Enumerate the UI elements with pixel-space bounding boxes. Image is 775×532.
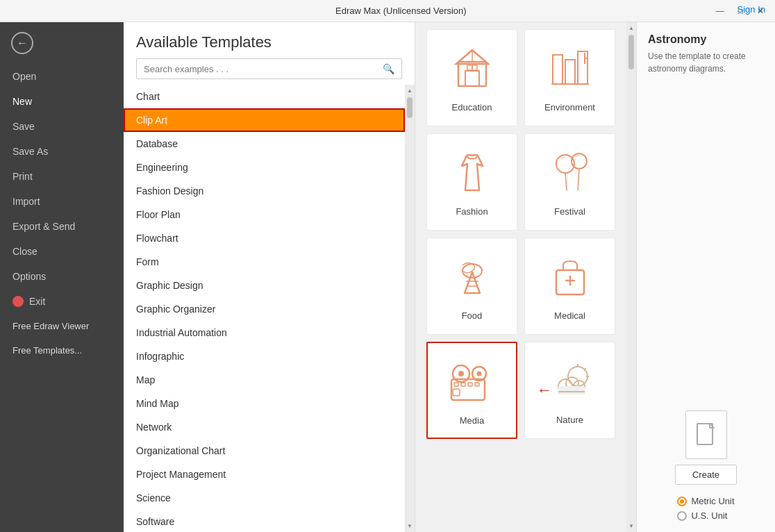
right-panel: Astronomy Use the template to create ast… (636, 22, 775, 532)
svg-rect-29 (461, 383, 465, 386)
sidebar-item-new[interactable]: New (0, 89, 124, 114)
us-label: U.S. Unit (691, 510, 727, 521)
svg-rect-7 (565, 60, 575, 84)
create-button[interactable]: Create (675, 465, 737, 485)
category-item-projectmgmt[interactable]: Project Management (124, 463, 405, 486)
category-item-map[interactable]: Map (124, 368, 405, 392)
category-item-chart[interactable]: Chart (124, 85, 405, 108)
sidebar-item-export[interactable]: Export & Send (0, 214, 124, 239)
festival-icon (542, 145, 598, 201)
template-card-education[interactable]: Education (426, 29, 517, 126)
template-card-food[interactable]: Food (426, 238, 517, 335)
create-document-icon (685, 410, 727, 459)
svg-line-15 (565, 173, 567, 190)
category-item-science[interactable]: Science (124, 486, 405, 510)
content-scrollbar[interactable]: ▲ ▼ (626, 22, 636, 532)
search-bar: 🔍 (136, 58, 402, 79)
right-panel-description: Use the template to create astronomy dia… (648, 50, 764, 75)
content-scroll-up[interactable]: ▲ (627, 24, 635, 33)
back-icon: ← (11, 32, 33, 54)
svg-point-25 (458, 371, 464, 376)
scroll-down-arrow[interactable]: ▼ (406, 522, 414, 531)
sidebar-item-print[interactable]: Print (0, 164, 124, 189)
minimize-btn[interactable]: — (712, 5, 728, 17)
search-button[interactable]: 🔍 (376, 59, 401, 78)
sidebar-item-import[interactable]: Import (0, 189, 124, 214)
svg-point-27 (477, 371, 482, 376)
sidebar-item-exit[interactable]: Exit (0, 289, 124, 314)
metric-label: Metric Unit (691, 496, 734, 506)
template-card-nature[interactable]: Nature (524, 342, 615, 439)
category-list: Chart Clip Art ← Database Engineering Fa… (124, 85, 405, 532)
category-item-industrialautomation[interactable]: Industrial Automation (124, 321, 405, 344)
sidebar-item-save[interactable]: Save (0, 114, 124, 139)
sidebar-menu: Open New Save Save As Print Import Expor… (0, 64, 124, 532)
scroll-up-arrow[interactable]: ▲ (406, 86, 414, 95)
svg-rect-31 (475, 383, 479, 386)
food-icon (444, 249, 500, 305)
category-item-network[interactable]: Network (124, 415, 405, 439)
metric-radio[interactable] (677, 497, 687, 506)
category-item-database[interactable]: Database (124, 132, 405, 156)
category-item-form[interactable]: Form (124, 250, 405, 274)
back-button[interactable]: ← (0, 22, 124, 64)
category-item-mindmap[interactable]: Mind Map (124, 392, 405, 415)
category-label: Clip Art (136, 115, 167, 126)
sidebar-item-free-viewer[interactable]: Free Edraw Viewer (0, 314, 124, 338)
category-item-graphicorganizer[interactable]: Graphic Organizer (124, 297, 405, 321)
sidebar-item-saveas[interactable]: Save As (0, 139, 124, 164)
svg-rect-28 (454, 383, 458, 386)
template-panel: Available Templates 🔍 Chart Clip Art ← (124, 22, 415, 532)
category-scrollbar[interactable]: ▲ ▼ (405, 85, 415, 532)
food-label: Food (462, 310, 483, 321)
nature-icon (542, 354, 598, 409)
right-panel-title: Astronomy (648, 33, 764, 46)
category-item-software[interactable]: Software (124, 510, 405, 532)
media-label: Media (460, 415, 484, 426)
fashion-icon (444, 145, 500, 201)
template-card-festival[interactable]: Festival (524, 133, 615, 231)
template-grid: Education (426, 29, 615, 439)
sidebar-item-close[interactable]: Close (0, 239, 124, 264)
education-label: Education (452, 102, 492, 113)
media-icon (444, 354, 500, 410)
content-scroll-thumb[interactable] (628, 35, 634, 69)
category-item-flowchart[interactable]: Flowchart (124, 226, 405, 250)
template-card-media[interactable]: Media ← (426, 342, 517, 439)
medical-icon (542, 249, 598, 305)
content-scroll-down[interactable]: ▼ (627, 522, 635, 531)
category-item-orgchart[interactable]: Organizational Chart (124, 439, 405, 463)
environment-icon (542, 41, 598, 97)
sidebar-item-open[interactable]: Open (0, 64, 124, 89)
title-bar: Edraw Max (Unlicensed Version) — □ ✕ (0, 0, 775, 22)
template-card-fashion[interactable]: Fashion (426, 133, 517, 231)
scroll-thumb[interactable] (407, 97, 412, 118)
category-item-infographic[interactable]: Infographic (124, 344, 405, 368)
unit-options: Metric Unit U.S. Unit (677, 496, 734, 521)
category-item-graphicdesign[interactable]: Graphic Design (124, 274, 405, 297)
fashion-label: Fashion (456, 206, 488, 217)
festival-label: Festival (554, 206, 585, 217)
category-item-fashiondesign[interactable]: Fashion Design (124, 179, 405, 203)
category-item-engineering[interactable]: Engineering (124, 156, 405, 179)
category-item-floorplan[interactable]: Floor Plan (124, 203, 405, 226)
category-item-clipart[interactable]: Clip Art ← (124, 108, 405, 132)
us-radio[interactable] (677, 511, 687, 521)
sign-in-link[interactable]: Sign In (738, 4, 765, 15)
template-card-medical[interactable]: Medical (524, 238, 615, 335)
exit-label: Exit (29, 296, 45, 307)
create-area: Create Metric Unit U.S. Unit (648, 397, 764, 521)
sidebar: ← Open New Save Save As Print Import Exp… (0, 22, 124, 532)
sidebar-item-options[interactable]: Options (0, 264, 124, 289)
sidebar-item-free-templates[interactable]: Free Templates... (0, 338, 124, 363)
template-card-environment[interactable]: Environment (524, 29, 615, 126)
svg-rect-30 (468, 383, 472, 386)
svg-rect-6 (553, 55, 562, 84)
template-panel-title: Available Templates (136, 33, 402, 51)
svg-rect-5 (472, 65, 477, 70)
education-icon (444, 41, 500, 97)
search-input[interactable] (137, 60, 376, 78)
template-grid-container: Education (415, 22, 626, 532)
us-unit-option[interactable]: U.S. Unit (677, 510, 734, 521)
metric-unit-option[interactable]: Metric Unit (677, 496, 734, 506)
